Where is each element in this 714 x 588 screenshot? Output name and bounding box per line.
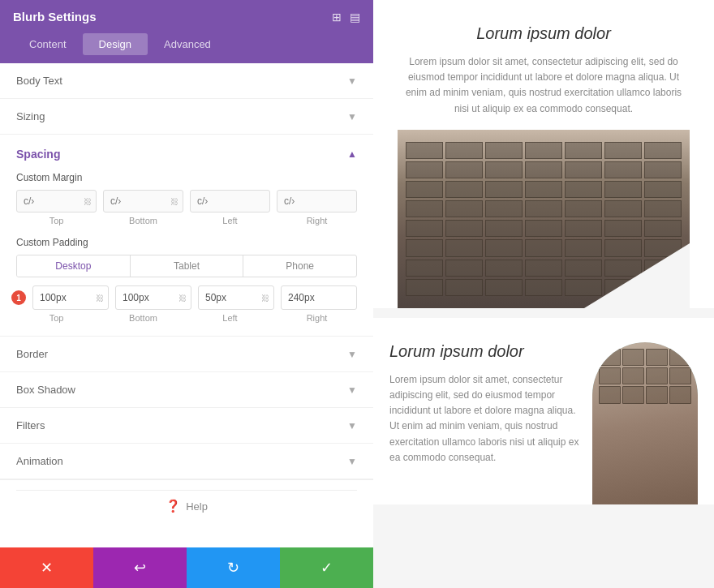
margin-top-link-icon: ⛓ [84,197,92,206]
margin-left-group [190,190,270,212]
padding-right-input[interactable] [281,285,357,310]
preview-card-1: Lorum ipsum dolor Lorem ipsum dolor sit … [373,0,714,313]
preview-card-2: Lorum ipsum dolor Lorem ipsum dolor sit … [373,318,714,504]
cancel-button[interactable]: ✕ [0,547,93,588]
padding-bottom-link-icon: ⛓ [178,294,187,303]
margin-right-input[interactable] [277,190,357,212]
padding-top-group: ⛓ [32,285,109,310]
filters-section[interactable]: Filters ▼ [0,408,373,444]
help-label: Help [186,500,208,513]
padding-right-label: Right [277,313,357,323]
device-tab-desktop[interactable]: Desktop [17,255,131,277]
margin-right-group [277,190,357,212]
preview-card-2-text-area: Lorum ipsum dolor Lorem ipsum dolor sit … [389,342,584,504]
tab-advanced[interactable]: Advanced [148,33,227,55]
padding-left-label: Left [190,313,270,323]
margin-right-label: Right [277,216,357,225]
padding-left-group: ⛓ [198,285,274,310]
tab-design[interactable]: Design [83,33,148,55]
save-button[interactable]: ✓ [280,547,373,588]
custom-margin-section: Custom Margin ⛓ ⛓ [16,172,357,225]
sizing-chevron: ▼ [347,111,357,122]
border-section[interactable]: Border ▼ [0,337,373,372]
device-tab-bar: Desktop Tablet Phone [16,255,357,277]
padding-bottom-group: ⛓ [115,285,191,310]
body-text-section[interactable]: Body Text ▼ [0,63,373,99]
padding-left-link-icon: ⛓ [261,294,269,303]
settings-panel: Blurb Settings ⊞ ▤ Content Design Advanc… [0,0,373,588]
sizing-label: Sizing [16,110,45,122]
redo-button[interactable]: ↻ [187,547,280,588]
margin-left-label: Left [190,216,270,225]
expand-icon[interactable]: ⊞ [332,11,342,24]
margin-inputs: ⛓ ⛓ [16,190,357,212]
help-icon: ❓ [166,499,181,513]
collapse-icon[interactable]: ▤ [350,11,360,24]
help-section: ❓ Help [0,479,373,531]
animation-chevron: ▼ [347,456,357,467]
margin-bottom-label: Bottom [103,216,183,225]
padding-right-group [281,285,357,310]
box-shadow-chevron: ▼ [347,384,357,396]
animation-section[interactable]: Animation ▼ [0,444,373,479]
settings-title: Blurb Settings [13,10,97,24]
custom-padding-section: Custom Padding Desktop Tablet Phone 1 ⛓ [16,237,357,323]
settings-body: Body Text ▼ Sizing ▼ Spacing ▲ Custom Ma… [0,63,373,547]
header-icons: ⊞ ▤ [332,11,360,24]
save-icon: ✓ [320,559,333,577]
margin-top-label: Top [16,216,97,225]
spacing-label: Spacing [16,148,60,161]
redo-icon: ↻ [227,559,239,577]
preview-panel: Lorum ipsum dolor Lorem ipsum dolor sit … [373,0,714,588]
margin-bottom-link-icon: ⛓ [170,197,178,206]
help-row[interactable]: ❓ Help [16,490,357,521]
reset-button[interactable]: ↩ [93,547,187,588]
preview-card-1-title: Lorum ipsum dolor [398,24,690,43]
cancel-icon: ✕ [41,559,53,577]
reset-icon: ↩ [134,559,146,577]
margin-top-group: ⛓ [16,190,97,212]
body-text-label: Body Text [16,75,62,87]
border-chevron: ▼ [347,349,357,360]
padding-top-label: Top [16,313,97,323]
spacing-chevron: ▲ [347,148,357,160]
settings-container: Blurb Settings ⊞ ▤ Content Design Advanc… [0,0,373,588]
border-label: Border [16,348,48,360]
margin-left-input[interactable] [190,190,270,212]
device-tab-tablet[interactable]: Tablet [131,255,244,277]
preview-card-2-title: Lorum ipsum dolor [389,342,584,361]
margin-bottom-group: ⛓ [103,190,183,212]
animation-label: Animation [16,455,63,467]
filters-label: Filters [16,419,45,431]
preview-card-1-text: Lorem ipsum dolor sit amet, consectetur … [398,54,690,117]
padding-inputs: 1 ⛓ ⛓ ⛓ [32,285,357,310]
preview-card-2-text: Lorem ipsum dolor sit amet, consectetur … [389,372,584,466]
bottom-bar: ✕ ↩ ↻ ✓ [0,547,373,588]
device-tab-phone[interactable]: Phone [243,255,356,277]
filters-chevron: ▼ [347,420,357,431]
padding-top-link-icon: ⛓ [96,294,104,303]
spacing-header[interactable]: Spacing ▲ [16,148,357,161]
settings-header: Blurb Settings ⊞ ▤ [0,0,373,33]
box-shadow-section[interactable]: Box Shadow ▼ [0,372,373,408]
preview-card-2-image [592,342,698,504]
tab-bar: Content Design Advanced [0,33,373,63]
padding-bottom-label: Bottom [103,313,183,323]
alert-badge: 1 [11,290,26,305]
custom-margin-label: Custom Margin [16,172,357,183]
preview-card-2-inner: Lorum ipsum dolor Lorem ipsum dolor sit … [389,342,698,504]
margin-labels-row: Top Bottom Left Right [16,216,357,225]
tab-content[interactable]: Content [13,33,83,55]
body-text-chevron: ▼ [347,75,357,87]
spacing-section: Spacing ▲ Custom Margin ⛓ ⛓ [0,135,373,337]
custom-padding-label: Custom Padding [16,237,357,248]
sizing-section[interactable]: Sizing ▼ [0,99,373,135]
padding-labels-row: Top Bottom Left Right [16,313,357,323]
box-shadow-label: Box Shadow [16,384,75,396]
preview-card-1-image [398,130,690,308]
